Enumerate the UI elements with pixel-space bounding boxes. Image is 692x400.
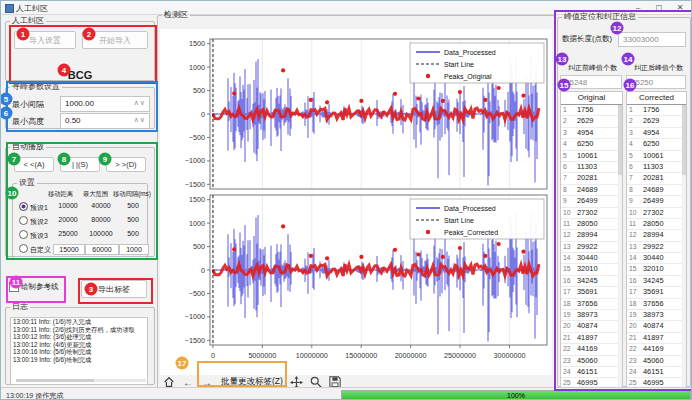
table-row[interactable]: 1938973: [561, 310, 622, 321]
table-row[interactable]: 510061: [627, 151, 686, 162]
custom-radio[interactable]: 自定义: [19, 244, 51, 255]
preset1-label: 预设1: [30, 204, 48, 211]
min-height-spinbox[interactable]: 0.50 ∧∨: [60, 113, 150, 129]
table-row[interactable]: 2446151: [627, 367, 686, 378]
table-row[interactable]: 11756: [561, 105, 622, 116]
table-row[interactable]: 2040874: [561, 321, 622, 332]
spinner-arrows-icon[interactable]: ∧∨: [134, 99, 146, 107]
corrected-peaks-table[interactable]: Corrected1175622629349544625051006161130…: [626, 91, 687, 389]
table-row[interactable]: 2244169: [561, 344, 622, 355]
log-lines: 13:00:11 Info: (1/6)导入完成13:00:11 Info: (…: [11, 318, 147, 364]
table-row[interactable]: 1735691: [561, 287, 622, 298]
window-title: 人工纠区: [16, 3, 48, 14]
row-index: 2: [629, 116, 633, 126]
original-peaks-table[interactable]: Original11756226293495446250510061611303…: [560, 91, 623, 389]
table-scrollbar[interactable]: [682, 105, 686, 388]
step-back-button[interactable]: < <(A): [14, 157, 54, 172]
signal-chart-bottom[interactable]: 150010005000−500−1000−150005000000100000…: [160, 191, 552, 365]
pause-button[interactable]: | |(S): [60, 157, 100, 172]
table-row[interactable]: 1837656: [561, 299, 622, 310]
manual-group-title: 人工纠区: [10, 17, 46, 25]
table-row[interactable]: 510061: [561, 151, 622, 162]
table-row[interactable]: 2141897: [561, 333, 622, 344]
table-row[interactable]: 22629: [627, 116, 686, 127]
draw-reference-checkbox[interactable]: [9, 282, 19, 292]
row-index: 8: [563, 185, 567, 195]
peak-value: 20281: [643, 173, 664, 183]
status-message: 13:00:19 操作完成: [6, 391, 63, 400]
custom-interval-input[interactable]: 1000: [119, 244, 149, 255]
table-row[interactable]: 34954: [561, 128, 622, 139]
table-row[interactable]: 1634245: [627, 276, 686, 287]
preset3-radio[interactable]: 预设3: [19, 230, 48, 241]
peak-value: 11303: [643, 162, 663, 172]
table-row[interactable]: 2040874: [627, 321, 686, 332]
table-row[interactable]: 1329922: [627, 242, 686, 253]
table-row[interactable]: 611303: [561, 162, 622, 173]
import-settings-button[interactable]: 导入设置: [14, 31, 76, 49]
table-row[interactable]: 1027302: [627, 208, 686, 219]
preset3-interval: 500: [119, 230, 147, 237]
table-row[interactable]: 720281: [561, 173, 622, 184]
export-labels-button[interactable]: 导出标签: [81, 280, 147, 298]
row-index: 10: [629, 208, 637, 218]
table-row[interactable]: 2446151: [561, 367, 622, 378]
table-row[interactable]: 611303: [627, 162, 686, 173]
table-row[interactable]: 926499: [627, 196, 686, 207]
custom-move-input[interactable]: 15000: [53, 244, 85, 255]
log-box[interactable]: 13:00:11 Info: (1/6)导入完成13:00:11 Info: (…: [10, 317, 148, 385]
close-button[interactable]: ✕: [671, 2, 689, 13]
table-row[interactable]: 1228994: [627, 230, 686, 241]
table-row[interactable]: 720281: [627, 173, 686, 184]
table-row[interactable]: 1735691: [627, 287, 686, 298]
log-scrollbar[interactable]: [16, 379, 146, 382]
table-row[interactable]: 1837656: [627, 299, 686, 310]
min-interval-spinbox[interactable]: 1000.00 ∧∨: [60, 96, 150, 112]
table-row[interactable]: 1128050: [627, 219, 686, 230]
table-row[interactable]: 2244169: [627, 344, 686, 355]
svg-text:15000000: 15000000: [345, 351, 377, 360]
table-row[interactable]: 824689: [561, 185, 622, 196]
table-row[interactable]: 1430440: [627, 253, 686, 264]
table-row[interactable]: 2141897: [627, 333, 686, 344]
table-row[interactable]: 1430440: [561, 253, 622, 264]
table-row[interactable]: 1228994: [561, 230, 622, 241]
spinner-arrows-icon[interactable]: ∧∨: [134, 116, 146, 124]
peak-value: 30440: [643, 253, 664, 263]
signal-chart-top[interactable]: 150010005000−500−1000−1500Data_Processed…: [160, 35, 552, 191]
table-row[interactable]: 2345060: [561, 356, 622, 367]
detection-area-group: 检测区 150010005000−500−1000−1500Data_Proce…: [157, 11, 555, 389]
table-row[interactable]: 2345060: [627, 356, 686, 367]
step-forward-button[interactable]: > >(D): [106, 157, 146, 172]
row-index: 10: [563, 208, 571, 218]
log-group: 日志 13:00:11 Info: (1/6)导入完成13:00:11 Info…: [5, 303, 155, 385]
status-bar: 13:00:19 操作完成 100%: [1, 387, 691, 400]
table-row[interactable]: 46250: [561, 139, 622, 150]
table-row[interactable]: 22629: [561, 116, 622, 127]
table-row[interactable]: 1532010: [627, 264, 686, 275]
table-row[interactable]: 1329922: [561, 242, 622, 253]
svg-text:−1000: −1000: [185, 156, 205, 165]
peak-value: 44169: [643, 344, 664, 354]
table-row[interactable]: 1128050: [561, 219, 622, 230]
table-row[interactable]: 1938973: [627, 310, 686, 321]
row-index: 12: [563, 230, 571, 240]
custom-range-input[interactable]: 60000: [85, 244, 119, 255]
preset2-radio[interactable]: 预设2: [19, 216, 48, 227]
row-index: 13: [563, 242, 571, 252]
table-row[interactable]: 11756: [627, 105, 686, 116]
preset1-radio[interactable]: 预设1: [19, 202, 48, 213]
table-scrollbar[interactable]: [618, 105, 622, 388]
table-row[interactable]: 1532010: [561, 264, 622, 275]
table-row[interactable]: 1027302: [561, 208, 622, 219]
table-row[interactable]: 46250: [627, 139, 686, 150]
peak-value: 38973: [577, 310, 598, 320]
table-row[interactable]: 1634245: [561, 276, 622, 287]
table-row[interactable]: 824689: [627, 185, 686, 196]
row-index: 3: [629, 128, 633, 138]
maximize-button[interactable]: ◻: [650, 2, 668, 13]
start-import-button[interactable]: 开始导入: [82, 31, 148, 49]
table-row[interactable]: 34954: [627, 128, 686, 139]
table-row[interactable]: 926499: [561, 196, 622, 207]
preset-row-custom: 自定义 15000 60000 1000: [13, 244, 147, 256]
